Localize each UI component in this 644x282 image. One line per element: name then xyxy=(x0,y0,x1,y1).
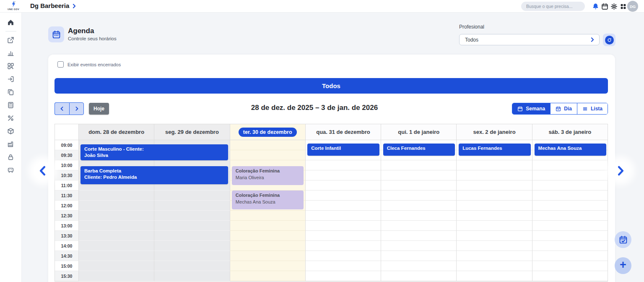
sidebar-item-lock[interactable] xyxy=(4,151,18,164)
sidebar-item-qr-code[interactable] xyxy=(4,60,18,73)
time-slot-cell[interactable] xyxy=(79,271,154,281)
calendar-event[interactable]: Cleca Fernandes xyxy=(383,144,455,156)
time-slot-cell[interactable] xyxy=(532,180,608,191)
professional-select[interactable]: Todos xyxy=(459,34,600,45)
time-slot-cell[interactable] xyxy=(306,191,381,201)
time-slot-cell[interactable] xyxy=(154,211,230,221)
time-slot-cell[interactable] xyxy=(457,191,532,201)
time-slot-cell[interactable] xyxy=(230,221,306,231)
time-slot-cell[interactable] xyxy=(230,150,306,160)
time-slot-cell[interactable] xyxy=(306,221,381,231)
time-slot-cell[interactable] xyxy=(306,170,381,180)
time-slot-cell[interactable] xyxy=(230,271,306,281)
view-button-semana[interactable]: Semana xyxy=(512,103,550,114)
time-slot-cell[interactable] xyxy=(79,231,154,241)
calendar-event[interactable]: Corte Masculino - Cliente:João Silva xyxy=(80,144,228,160)
calendar-icon[interactable] xyxy=(601,3,608,10)
sidebar-item-percent[interactable] xyxy=(4,112,18,125)
sidebar-item-copy[interactable] xyxy=(4,86,18,99)
calendar-event[interactable]: Mechas Ana Souza xyxy=(535,144,606,156)
calendar-event[interactable]: Coloração FemininaMechas Ana Souza xyxy=(232,191,304,209)
search-input[interactable] xyxy=(521,2,585,11)
time-slot-cell[interactable] xyxy=(381,241,457,251)
time-slot-cell[interactable] xyxy=(457,180,532,191)
scroll-left-button[interactable] xyxy=(34,162,52,180)
time-slot-cell[interactable] xyxy=(457,231,532,241)
time-slot-cell[interactable] xyxy=(381,191,457,201)
time-slot-cell[interactable] xyxy=(381,271,457,281)
sidebar-item-calculator[interactable] xyxy=(4,99,18,112)
calendar-check-fab[interactable] xyxy=(615,231,631,248)
time-slot-cell[interactable] xyxy=(79,241,154,251)
time-slot-cell[interactable] xyxy=(230,211,306,221)
calendar-event[interactable]: Corte Infantil xyxy=(307,144,379,156)
refresh-button[interactable] xyxy=(603,34,615,46)
time-slot-cell[interactable] xyxy=(154,271,230,281)
sidebar-item-home[interactable] xyxy=(4,16,18,29)
time-slot-cell[interactable] xyxy=(457,241,532,251)
time-slot-cell[interactable] xyxy=(306,241,381,251)
time-slot-cell[interactable] xyxy=(154,221,230,231)
time-slot-cell[interactable] xyxy=(154,231,230,241)
scroll-right-button[interactable] xyxy=(611,162,630,180)
sidebar-item-bar-chart[interactable] xyxy=(4,47,18,60)
sidebar-item-share[interactable] xyxy=(4,34,18,47)
time-slot-cell[interactable] xyxy=(457,221,532,231)
time-slot-cell[interactable] xyxy=(306,160,381,170)
show-closed-checkbox[interactable]: Exibir eventos encerrados xyxy=(57,61,121,68)
calendar-event[interactable]: Coloração FemininaMaria Oliveira xyxy=(232,166,304,185)
sidebar-item-package[interactable] xyxy=(4,125,18,138)
add-appointment-fab[interactable]: + xyxy=(615,257,631,274)
view-button-dia[interactable]: Dia xyxy=(550,103,577,114)
gear-icon[interactable] xyxy=(610,3,618,10)
time-slot-cell[interactable] xyxy=(381,201,457,211)
time-slot-cell[interactable] xyxy=(532,251,608,261)
professional-banner[interactable]: Todos xyxy=(55,78,608,94)
time-slot-cell[interactable] xyxy=(532,221,608,231)
time-slot-cell[interactable] xyxy=(532,191,608,201)
company-switcher[interactable]: Dg Barbeeria xyxy=(30,2,77,9)
sidebar-item-login[interactable] xyxy=(4,73,18,86)
time-slot-cell[interactable] xyxy=(306,180,381,191)
time-slot-cell[interactable] xyxy=(381,231,457,241)
time-slot-cell[interactable] xyxy=(532,201,608,211)
time-slot-cell[interactable] xyxy=(230,231,306,241)
time-slot-cell[interactable] xyxy=(381,180,457,191)
calendar-event[interactable]: Barba CompletaCliente: Pedro Almeida xyxy=(80,166,228,184)
time-slot-cell[interactable] xyxy=(230,251,306,261)
avatar[interactable]: DG xyxy=(627,1,638,12)
time-slot-cell[interactable] xyxy=(532,170,608,180)
time-slot-cell[interactable] xyxy=(154,261,230,271)
time-slot-cell[interactable] xyxy=(532,211,608,221)
apps-grid-icon[interactable] xyxy=(620,3,627,10)
time-slot-cell[interactable] xyxy=(154,251,230,261)
time-slot-cell[interactable] xyxy=(306,231,381,241)
time-slot-cell[interactable] xyxy=(457,160,532,170)
time-slot-cell[interactable] xyxy=(230,140,306,150)
time-slot-cell[interactable] xyxy=(154,201,230,211)
time-slot-cell[interactable] xyxy=(306,261,381,271)
app-logo[interactable]: UNE GOV xyxy=(5,0,22,10)
time-slot-cell[interactable] xyxy=(230,261,306,271)
time-slot-cell[interactable] xyxy=(306,211,381,221)
time-slot-cell[interactable] xyxy=(457,201,532,211)
time-slot-cell[interactable] xyxy=(79,251,154,261)
time-slot-cell[interactable] xyxy=(457,261,532,271)
time-slot-cell[interactable] xyxy=(532,160,608,170)
time-slot-cell[interactable] xyxy=(79,261,154,271)
time-slot-cell[interactable] xyxy=(457,271,532,281)
time-slot-cell[interactable] xyxy=(381,160,457,170)
time-slot-cell[interactable] xyxy=(457,170,532,180)
bell-icon[interactable] xyxy=(592,3,599,10)
sidebar-item-support[interactable] xyxy=(4,164,18,177)
calendar-event[interactable]: Lucas Fernandes xyxy=(459,144,530,156)
time-slot-cell[interactable] xyxy=(532,261,608,271)
time-slot-cell[interactable] xyxy=(154,191,230,201)
time-slot-cell[interactable] xyxy=(381,251,457,261)
sidebar-item-factory[interactable] xyxy=(4,138,18,151)
time-slot-cell[interactable] xyxy=(79,191,154,201)
time-slot-cell[interactable] xyxy=(79,221,154,231)
time-slot-cell[interactable] xyxy=(154,241,230,251)
time-slot-cell[interactable] xyxy=(532,271,608,281)
time-slot-cell[interactable] xyxy=(79,211,154,221)
